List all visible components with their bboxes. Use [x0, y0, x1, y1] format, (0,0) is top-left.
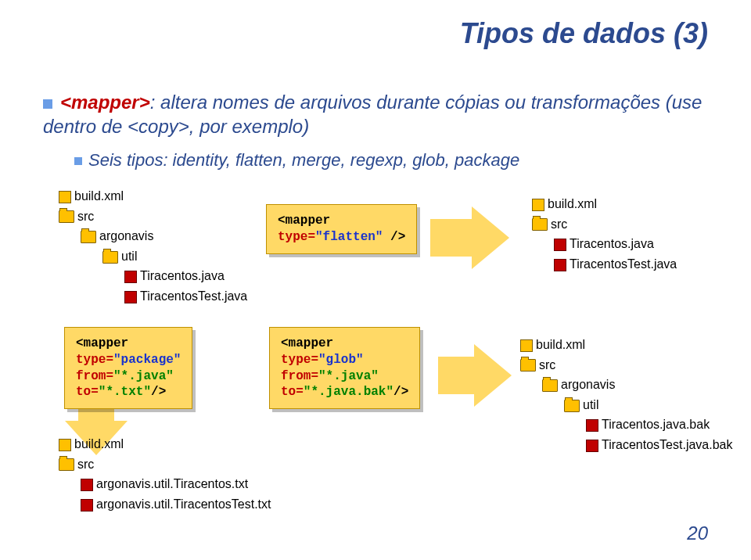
code-attr: type=: [278, 230, 315, 244]
file-label: TiracentosTest.java.bak: [602, 438, 732, 451]
folder-icon: [59, 210, 74, 223]
file-icon: [59, 439, 71, 451]
file-icon: [124, 271, 137, 283]
folder-icon: [532, 218, 548, 231]
file-icon: [586, 419, 598, 432]
code-line: <mapper: [278, 214, 330, 228]
file-icon: [554, 259, 566, 271]
code-val: "flatten": [315, 230, 383, 244]
code-end: />: [151, 385, 166, 399]
code-attr: type=: [281, 353, 318, 367]
code-mapper-package: <mapper type="package" from="*.java" to=…: [64, 327, 192, 409]
code-val: "glob": [318, 353, 364, 367]
arrow-icon: [472, 206, 509, 269]
code-end: />: [383, 230, 405, 244]
folder-label: util: [121, 249, 137, 263]
code-line: <mapper: [281, 336, 333, 350]
sub-bullet-text: Seis tipos: identity, flatten, merge, re…: [88, 150, 519, 170]
file-label: Tiracentos.java: [140, 269, 225, 282]
mapper-tag: <mapper>: [60, 92, 150, 113]
file-label: build.xml: [548, 197, 597, 210]
file-icon: [59, 191, 71, 203]
file-tree-flatten: build.xml src Tiracentos.java Tiracentos…: [532, 194, 677, 274]
folder-icon: [520, 359, 536, 372]
folder-icon: [81, 231, 96, 243]
folder-label: argonavis: [99, 229, 153, 242]
arrow-icon: [430, 219, 473, 257]
folder-label: util: [583, 398, 598, 411]
folder-label: src: [77, 210, 94, 223]
code-mapper-glob: <mapper type="glob" from="*.java" to="*.…: [269, 327, 420, 409]
file-icon: [124, 291, 137, 303]
code-val: "*.txt": [99, 385, 151, 399]
file-label: argonavis.util.Tiracentos.txt: [96, 477, 248, 490]
file-label: build.xml: [74, 437, 124, 451]
bullet-icon: [74, 157, 82, 165]
code-attr: to=: [281, 385, 304, 399]
file-icon: [520, 339, 533, 352]
file-icon: [81, 499, 93, 512]
file-label: Tiracentos.java: [570, 237, 654, 250]
code-line: <mapper: [76, 336, 128, 350]
code-attr: to=: [76, 385, 99, 399]
file-tree-package: build.xml src argonavis.util.Tiracentos.…: [59, 434, 271, 514]
folder-label: src: [551, 217, 567, 231]
code-attr: type=: [76, 353, 113, 367]
file-label: build.xml: [74, 189, 124, 203]
file-label: build.xml: [536, 338, 585, 351]
arrow-icon: [474, 344, 512, 407]
code-mapper-flatten: <mapper type="flatten" />: [266, 204, 417, 254]
page-number: 20: [687, 522, 708, 544]
file-tree-glob: build.xml src argonavis util Tiracentos.…: [520, 335, 732, 455]
bullet-icon: [43, 99, 52, 109]
main-bullet: <mapper>: altera nomes de arquivos duran…: [43, 90, 708, 138]
code-val: "*.java.bak": [304, 385, 393, 399]
folder-icon: [564, 400, 580, 412]
code-val: "package": [113, 353, 181, 367]
code-attr: from=: [76, 369, 113, 383]
code-val: "*.java": [113, 369, 174, 383]
folder-label: argonavis: [561, 378, 615, 391]
file-label: TiracentosTest.java: [140, 289, 247, 303]
folder-icon: [59, 458, 74, 471]
code-end: />: [393, 385, 408, 399]
file-icon: [532, 199, 544, 211]
sub-bullet: Seis tipos: identity, flatten, merge, re…: [74, 150, 519, 171]
page-title: Tipos de dados (3): [460, 17, 708, 50]
folder-icon: [542, 379, 558, 392]
folder-label: src: [77, 458, 94, 471]
file-icon: [81, 479, 93, 491]
folder-label: src: [539, 358, 555, 372]
arrow-icon: [438, 357, 476, 394]
code-attr: from=: [281, 369, 318, 383]
folder-icon: [102, 251, 118, 264]
file-label: Tiracentos.java.bak: [602, 418, 710, 431]
file-icon: [554, 239, 566, 251]
file-label: TiracentosTest.java: [570, 257, 677, 271]
file-label: argonavis.util.TiracentosTest.txt: [96, 497, 271, 511]
file-icon: [586, 440, 598, 452]
code-val: "*.java": [318, 369, 379, 383]
file-tree-source: build.xml src argonavis util Tiracentos.…: [59, 186, 247, 307]
